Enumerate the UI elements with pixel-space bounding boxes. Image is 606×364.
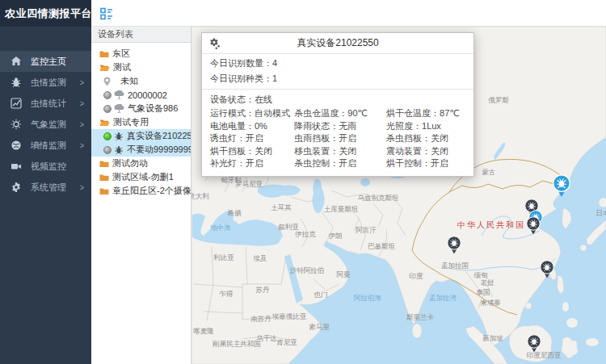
map-label-country: 利比亚 [213,253,234,261]
map-label-sea: 地中海 [209,224,231,232]
tree-folder[interactable]: 测试区域-勿删1 [91,170,191,184]
tree-folder[interactable]: 章丘阳丘区-2个摄像头 [91,184,191,198]
map-label-country: 乌兹别克斯坦 [358,194,399,202]
map-label-country: 苏丹 [256,286,271,294]
map-label-country: 肯尼亚 [276,338,297,346]
sidebar-item-weather-monitor[interactable]: 气象监测> [0,114,91,135]
popup-summary: 今日识别数量：4 今日识别种类：1 [202,54,473,90]
map-label-country: 希腊 [228,209,242,217]
chart-icon [11,98,22,109]
tree-folder[interactable]: 测试勿动 [91,157,191,170]
bug-trap-icon [114,132,124,141]
folder-closed-icon [99,187,109,195]
app-window: 农业四情测报平台 监控主页虫情监测>虫情统计>气象监测>墒情监测>视频监控系统管… [0,0,606,364]
tree-device[interactable]: 不要动99999999 [91,143,191,157]
map-hainan [525,303,532,309]
tree-folder[interactable]: 东区 [91,47,191,61]
device-status-grid: 运行模式：自动模式杀虫仓温度：90℃烘干仓温度：87℃电池电量：0%降雨状态：无… [202,106,473,176]
sidebar-item-moisture-monitor[interactable]: 墒情监测> [0,135,91,156]
sidebar-item-label: 系统管理 [31,182,66,194]
tree-item-label: 测试区域-勿删1 [112,171,174,183]
map-label-country: 阿富汗 [356,226,377,234]
today-identified-count: 今日识别数量：4 [210,56,465,71]
bug-icon [11,77,22,88]
tree-device[interactable]: 气象设备986 [91,102,191,115]
status-dot-gray [103,146,112,154]
map-label-country: 斯里兰卡 [406,313,435,321]
map-sri-lanka [412,324,422,338]
map-label-country: 乌干达 [256,334,277,342]
sidebar-item-system-manage[interactable]: 系统管理> [0,177,91,198]
sidebar-item-label: 气象监测 [31,119,66,131]
status-cell: 杀虫控制：开启 [294,157,386,170]
tree-device[interactable]: 20000002 [91,88,191,102]
status-cell: 电池电量：0% [210,120,294,133]
tree-item-label: 真实设备21022550 [127,130,191,142]
map-label-country: 埃及 [253,254,267,262]
chevron-right-icon: > [80,182,84,193]
tree-folder[interactable]: 测试专用 [91,115,191,129]
map-label-country: 印度 [410,272,424,280]
status-cell: 烘干控制：开启 [386,157,465,170]
home-icon [11,56,22,67]
sidebar-item-monitor-home[interactable]: 监控主页 [0,51,91,72]
map-label-sea: 孟加拉湾 [429,294,457,302]
location-pin-icon [103,77,111,86]
chevron-right-icon: > [80,119,84,130]
map-label-country: 巴基斯坦 [368,242,395,250]
map-label-country: 印度尼西亚 [527,351,562,359]
map-aral-sea [360,178,370,186]
map-label-country: 沙特阿拉伯 [290,266,325,274]
sidebar-item-label: 墒情监测 [31,140,66,152]
tree-device[interactable]: 未知 [91,74,191,88]
tree-device[interactable]: 真实设备21022550 [91,129,191,143]
map-label-country: 埃塞俄比亚 [271,312,307,320]
status-cell: 杀虫挡板：关闭 [386,132,465,145]
sidebar: 农业四情测报平台 监控主页虫情监测>虫情统计>气象监测>墒情监测>视频监控系统管… [0,0,91,364]
today-identified-species: 今日识别种类：1 [210,71,465,86]
tree-item-label: 不要动99999999 [127,144,191,156]
tree-item-label: 未知 [120,75,138,87]
map-label-country: 土耳其 [271,203,292,211]
sun-icon [11,119,22,130]
folder-open-icon [99,119,110,127]
status-cell: 移虫装置：关闭 [294,145,386,158]
map-label-country: 柬埔寨 [480,299,501,307]
map-label-country: 也门 [314,291,328,299]
settings-gear-icon[interactable] [208,37,221,50]
map-label-country: 日本 [596,209,606,217]
sidebar-item-insect-monitor[interactable]: 虫情监测> [0,72,91,93]
status-cell: 震动装置：关闭 [386,145,465,158]
map-label-country: 伊拉克 [295,230,316,238]
chevron-right-icon: > [80,98,84,109]
device-list-header: 设备列表 [91,27,191,43]
tree-item-label: 20000002 [128,90,167,100]
sidebar-item-label: 视频监控 [31,161,66,173]
map-label-country: 南苏丹 [250,315,271,323]
bug-trap-icon [114,145,124,155]
chevron-right-icon: > [80,140,84,151]
map-label-country: 阿曼 [337,270,351,278]
layer-list-icon[interactable] [100,7,113,20]
device-tree: 东区测试未知20000002气象设备986测试专用真实设备21022550不要动… [91,43,191,198]
device-list-panel: 设备列表 东区测试未知20000002气象设备986测试专用真实设备210225… [91,27,191,364]
map-label-country: 老挝 [481,278,494,287]
map-kyushu [580,245,587,251]
app-title: 农业四情测报平台 [0,0,91,27]
map-label-country: 乍得 [219,290,234,298]
globe-icon [11,140,22,151]
sidebar-item-video-monitor[interactable]: 视频监控 [0,156,91,177]
tree-item-label: 东区 [112,48,130,60]
status-cell: 杀虫仓温度：90℃ [294,107,386,120]
map-mindanao [566,318,578,328]
tree-item-label: 测试勿动 [112,157,148,169]
map-label-country: 意大利 [191,192,209,200]
chevron-right-icon: > [80,77,84,88]
tree-item-label: 章丘阳丘区-2个摄像头 [112,185,191,197]
sidebar-item-insect-stats[interactable]: 虫情统计> [0,93,91,114]
tree-folder[interactable]: 测试 [91,61,191,74]
status-cell: 运行模式：自动模式 [210,107,294,120]
status-cell: 降雨状态：无雨 [294,120,386,133]
folder-closed-icon [99,160,109,168]
tree-item-label: 气象设备986 [128,103,178,115]
